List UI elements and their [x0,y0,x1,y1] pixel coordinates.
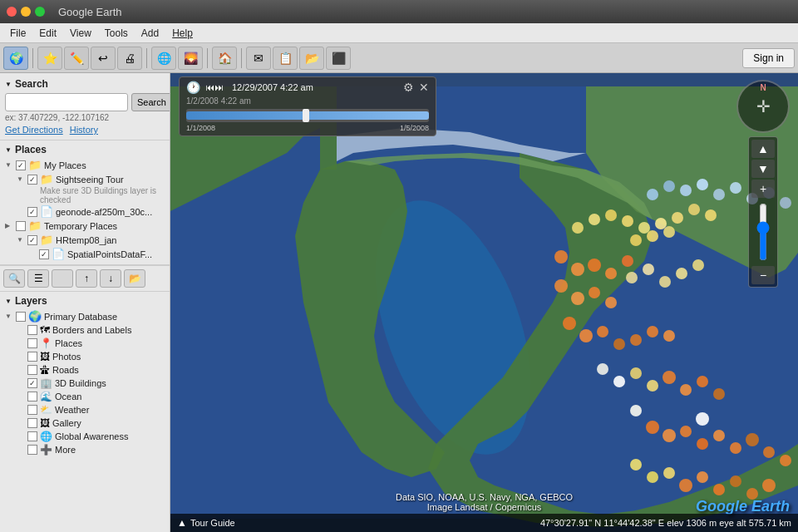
sign-in-button[interactable]: Sign in [742,48,795,68]
places-header[interactable]: ▼ Places [5,144,165,155]
hrtemp-folder-icon: 📁 [40,234,53,246]
places-title: Places [15,144,47,155]
toolbar-clipboard-button[interactable]: 📋 [273,47,298,70]
awareness-checkbox[interactable] [27,431,37,441]
ge-logo-google: Google [696,498,747,515]
primarydb-checkbox[interactable] [16,312,26,322]
history-link[interactable]: History [70,125,98,135]
gallery-label: Gallery [52,418,81,428]
panel-layers-btn[interactable]: ☰ [27,269,49,288]
hrtemp-checkbox[interactable] [27,235,37,245]
zoom-slider[interactable] [755,203,771,261]
search-title: Search [15,78,48,90]
compass-north-label: N [760,83,766,92]
time-play-icon[interactable]: ⏮⏭ [205,82,224,92]
maximize-button[interactable] [35,7,45,17]
toolbar-map-button[interactable]: 🌐 [151,47,176,70]
toolbar-globe-button[interactable]: 🌍 [3,47,28,70]
layer-global-awareness[interactable]: 🌐 Global Awareness [5,430,165,443]
panel-down-btn[interactable]: ↓ [100,269,121,288]
toolbar-undo-button[interactable]: ↩ [91,47,116,70]
toolbar-terrain-button[interactable]: 🌄 [178,47,203,70]
layer-weather[interactable]: ⛅ Weather [5,403,165,416]
main-layout: ▼ Search Search ex: 37.407229, -122.1071… [0,73,798,532]
buildings-checkbox[interactable] [27,378,37,388]
layer-more[interactable]: ➕ More [5,443,165,456]
menu-tools[interactable]: Tools [98,26,135,41]
panel-blank-btn[interactable] [52,269,73,288]
panel-add-btn[interactable]: 📂 [124,269,145,288]
layer-places[interactable]: 📍 Places [5,337,165,350]
buildings-icon: 🏢 [40,377,52,389]
toolbar-screen-button[interactable]: ⬛ [326,47,351,70]
search-button[interactable]: Search [131,93,170,111]
gallery-checkbox[interactable] [27,418,37,428]
spatialpoints-file-icon: 📄 [52,248,65,260]
toolbar-email-button[interactable]: ✉ [246,47,271,70]
places-item-tempplaces[interactable]: ▶ 📁 Temporary Places [5,219,165,233]
toolbar-folder-button[interactable]: 📂 [299,47,324,70]
minimize-button[interactable] [21,7,31,17]
places-item-myplaces[interactable]: ▼ 📁 My Places [5,158,165,172]
menu-view[interactable]: View [63,26,98,41]
tour-arrow-icon: ▲ [177,517,187,529]
places-item-geonode[interactable]: 📄 geonode-af250m_30c... [5,204,165,219]
compass[interactable]: N ✛ [736,80,790,133]
layers-header[interactable]: ▼ Layers [5,295,165,307]
layer-ocean[interactable]: 🌊 Ocean [5,390,165,403]
places-item-sightseeing[interactable]: ▼ 📁 Sightseeing Tour [5,172,165,186]
menu-file[interactable]: File [3,26,32,41]
zoom-in-button[interactable]: + [751,180,775,198]
toolbar-home-button[interactable]: 🏠 [212,47,237,70]
layer-3d-buildings[interactable]: 🏢 3D Buildings [5,377,165,390]
close-button[interactable] [7,7,17,17]
layer-photos[interactable]: 🖼 Photos [5,350,165,363]
search-input[interactable] [5,93,128,111]
toolbar-separator-3 [207,48,208,68]
layer-roads[interactable]: 🛣 Roads [5,363,165,377]
menu-add[interactable]: Add [135,26,165,41]
time-config-icon[interactable]: ⚙ [403,81,414,94]
panel-search-btn[interactable]: 🔍 [3,269,25,288]
weather-label: Weather [55,405,89,415]
ocean-checkbox[interactable] [27,392,37,401]
toolbar-separator-4 [241,48,242,68]
myplaces-checkbox[interactable] [16,160,26,170]
buildings-label: 3D Buildings [55,378,106,388]
menu-help[interactable]: Help [165,26,200,41]
search-header[interactable]: ▼ Search [5,78,165,90]
toolbar-print-button[interactable]: 🖨 [117,47,142,70]
places-item-hrtemp[interactable]: ▼ 📁 HRtemp08_jan [5,233,165,247]
tilt-up-button[interactable]: ▲ [751,140,775,158]
time-slider-area: 1/2/2008 4:22 am 1/1/2008 1/5/2008 [186,96,429,132]
more-checkbox[interactable] [27,445,37,455]
sightseeing-expand-icon: ▼ [17,175,25,183]
time-slider-handle[interactable] [303,109,309,122]
layer-gallery[interactable]: 🖼 Gallery [5,416,165,430]
roads-icon: 🛣 [40,364,50,376]
tilt-down-button[interactable]: ▼ [751,160,775,178]
borders-checkbox[interactable] [27,325,37,335]
time-close-icon[interactable]: ✕ [419,81,429,94]
weather-checkbox[interactable] [27,405,37,415]
tour-guide[interactable]: ▲ Tour Guide [177,517,235,529]
geonode-checkbox[interactable] [27,207,37,217]
layerplaces-icon: 📍 [40,337,52,349]
toolbar-star-button[interactable]: ⭐ [37,47,62,70]
map-area[interactable]: 🕐 ⏮⏭ 12/29/2007 4:22 am ⚙ ✕ 1/2/2008 4:2… [170,73,798,532]
zoom-out-button[interactable]: − [751,266,775,284]
sightseeing-checkbox[interactable] [27,175,37,185]
spatialpoints-checkbox[interactable] [39,249,49,259]
layer-primary-db[interactable]: ▼ 🌍 Primary Database [5,309,165,323]
panel-up-btn[interactable]: ↑ [76,269,97,288]
get-directions-link[interactable]: Get Directions [5,125,63,135]
photos-checkbox[interactable] [27,352,37,362]
layer-borders[interactable]: 🗺 Borders and Labels [5,323,165,337]
layerplaces-checkbox[interactable] [27,338,37,348]
toolbar-draw-button[interactable]: ✏️ [64,47,89,70]
menu-edit[interactable]: Edit [32,26,63,41]
sightseeing-folder-icon: 📁 [40,173,53,185]
places-item-spatialpoints[interactable]: 📄 SpatialPointsDataF... [5,247,165,261]
tempplaces-checkbox[interactable] [16,221,26,231]
roads-checkbox[interactable] [27,365,37,375]
